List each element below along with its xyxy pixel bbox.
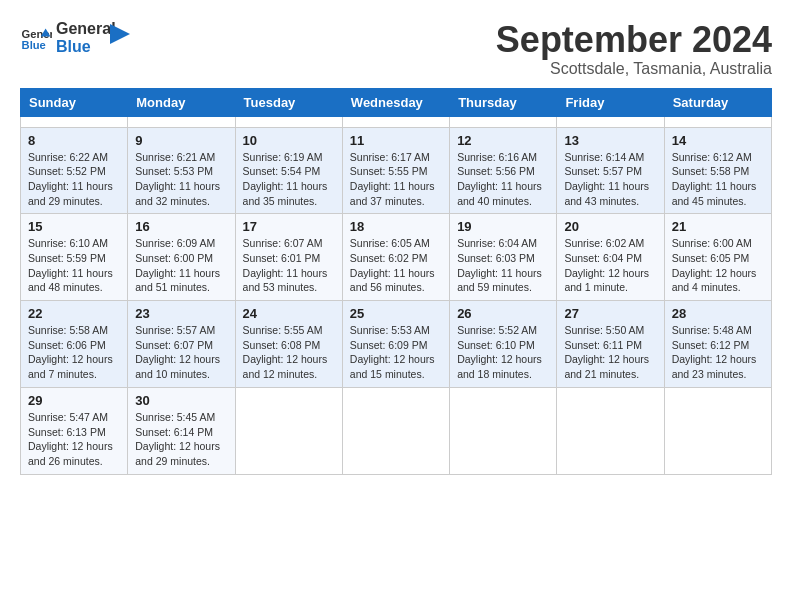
header-cell-monday: Monday	[128, 88, 235, 116]
day-number: 9	[135, 133, 227, 148]
day-number: 19	[457, 219, 549, 234]
day-detail: Sunrise: 6:21 AMSunset: 5:53 PMDaylight:…	[135, 150, 227, 209]
day-number: 27	[564, 306, 656, 321]
day-number: 16	[135, 219, 227, 234]
calendar-cell	[557, 116, 664, 127]
day-number: 30	[135, 393, 227, 408]
calendar-cell: 26Sunrise: 5:52 AMSunset: 6:10 PMDayligh…	[450, 301, 557, 388]
header-cell-saturday: Saturday	[664, 88, 771, 116]
calendar-cell: 23Sunrise: 5:57 AMSunset: 6:07 PMDayligh…	[128, 301, 235, 388]
calendar-cell	[235, 116, 342, 127]
day-number: 23	[135, 306, 227, 321]
calendar-cell	[342, 116, 449, 127]
day-detail: Sunrise: 6:12 AMSunset: 5:58 PMDaylight:…	[672, 150, 764, 209]
month-title: September 2024	[496, 20, 772, 60]
day-number: 26	[457, 306, 549, 321]
day-detail: Sunrise: 6:04 AMSunset: 6:03 PMDaylight:…	[457, 236, 549, 295]
calendar-week-row: 29Sunrise: 5:47 AMSunset: 6:13 PMDayligh…	[21, 387, 772, 474]
calendar-cell	[664, 116, 771, 127]
header-cell-sunday: Sunday	[21, 88, 128, 116]
header-cell-thursday: Thursday	[450, 88, 557, 116]
logo-text-general: General	[56, 20, 116, 38]
calendar-cell: 11Sunrise: 6:17 AMSunset: 5:55 PMDayligh…	[342, 127, 449, 214]
day-number: 18	[350, 219, 442, 234]
day-number: 13	[564, 133, 656, 148]
day-number: 10	[243, 133, 335, 148]
calendar-cell: 30Sunrise: 5:45 AMSunset: 6:14 PMDayligh…	[128, 387, 235, 474]
calendar-cell: 8Sunrise: 6:22 AMSunset: 5:52 PMDaylight…	[21, 127, 128, 214]
day-detail: Sunrise: 6:19 AMSunset: 5:54 PMDaylight:…	[243, 150, 335, 209]
page-header: General Blue General Blue September 2024…	[20, 20, 772, 78]
calendar-cell: 27Sunrise: 5:50 AMSunset: 6:11 PMDayligh…	[557, 301, 664, 388]
calendar-cell: 17Sunrise: 6:07 AMSunset: 6:01 PMDayligh…	[235, 214, 342, 301]
calendar-cell: 16Sunrise: 6:09 AMSunset: 6:00 PMDayligh…	[128, 214, 235, 301]
calendar-cell: 25Sunrise: 5:53 AMSunset: 6:09 PMDayligh…	[342, 301, 449, 388]
calendar-cell	[450, 116, 557, 127]
day-number: 15	[28, 219, 120, 234]
day-detail: Sunrise: 6:22 AMSunset: 5:52 PMDaylight:…	[28, 150, 120, 209]
calendar-week-row	[21, 116, 772, 127]
calendar-header: SundayMondayTuesdayWednesdayThursdayFrid…	[21, 88, 772, 116]
day-detail: Sunrise: 6:10 AMSunset: 5:59 PMDaylight:…	[28, 236, 120, 295]
day-detail: Sunrise: 5:55 AMSunset: 6:08 PMDaylight:…	[243, 323, 335, 382]
calendar-cell: 10Sunrise: 6:19 AMSunset: 5:54 PMDayligh…	[235, 127, 342, 214]
day-number: 12	[457, 133, 549, 148]
calendar-cell: 19Sunrise: 6:04 AMSunset: 6:03 PMDayligh…	[450, 214, 557, 301]
calendar-cell: 24Sunrise: 5:55 AMSunset: 6:08 PMDayligh…	[235, 301, 342, 388]
logo-text-blue: Blue	[56, 38, 116, 56]
day-number: 14	[672, 133, 764, 148]
calendar-cell	[21, 116, 128, 127]
svg-text:Blue: Blue	[22, 39, 46, 51]
calendar-cell	[664, 387, 771, 474]
day-number: 21	[672, 219, 764, 234]
calendar-cell	[450, 387, 557, 474]
day-detail: Sunrise: 6:17 AMSunset: 5:55 PMDaylight:…	[350, 150, 442, 209]
calendar-cell: 29Sunrise: 5:47 AMSunset: 6:13 PMDayligh…	[21, 387, 128, 474]
day-detail: Sunrise: 5:47 AMSunset: 6:13 PMDaylight:…	[28, 410, 120, 469]
day-detail: Sunrise: 6:07 AMSunset: 6:01 PMDaylight:…	[243, 236, 335, 295]
day-detail: Sunrise: 5:45 AMSunset: 6:14 PMDaylight:…	[135, 410, 227, 469]
day-number: 29	[28, 393, 120, 408]
calendar-cell: 21Sunrise: 6:00 AMSunset: 6:05 PMDayligh…	[664, 214, 771, 301]
calendar-cell	[342, 387, 449, 474]
day-detail: Sunrise: 6:16 AMSunset: 5:56 PMDaylight:…	[457, 150, 549, 209]
calendar-cell: 12Sunrise: 6:16 AMSunset: 5:56 PMDayligh…	[450, 127, 557, 214]
calendar-week-row: 8Sunrise: 6:22 AMSunset: 5:52 PMDaylight…	[21, 127, 772, 214]
day-detail: Sunrise: 6:00 AMSunset: 6:05 PMDaylight:…	[672, 236, 764, 295]
day-number: 28	[672, 306, 764, 321]
header-cell-friday: Friday	[557, 88, 664, 116]
calendar-week-row: 15Sunrise: 6:10 AMSunset: 5:59 PMDayligh…	[21, 214, 772, 301]
day-detail: Sunrise: 5:52 AMSunset: 6:10 PMDaylight:…	[457, 323, 549, 382]
day-detail: Sunrise: 5:53 AMSunset: 6:09 PMDaylight:…	[350, 323, 442, 382]
day-detail: Sunrise: 6:09 AMSunset: 6:00 PMDaylight:…	[135, 236, 227, 295]
calendar-cell: 15Sunrise: 6:10 AMSunset: 5:59 PMDayligh…	[21, 214, 128, 301]
title-block: September 2024 Scottsdale, Tasmania, Aus…	[496, 20, 772, 78]
calendar-cell	[235, 387, 342, 474]
day-number: 8	[28, 133, 120, 148]
calendar-cell: 9Sunrise: 6:21 AMSunset: 5:53 PMDaylight…	[128, 127, 235, 214]
calendar-cell	[128, 116, 235, 127]
calendar-cell: 28Sunrise: 5:48 AMSunset: 6:12 PMDayligh…	[664, 301, 771, 388]
day-detail: Sunrise: 5:57 AMSunset: 6:07 PMDaylight:…	[135, 323, 227, 382]
day-detail: Sunrise: 5:48 AMSunset: 6:12 PMDaylight:…	[672, 323, 764, 382]
calendar-cell: 13Sunrise: 6:14 AMSunset: 5:57 PMDayligh…	[557, 127, 664, 214]
calendar-cell: 20Sunrise: 6:02 AMSunset: 6:04 PMDayligh…	[557, 214, 664, 301]
day-detail: Sunrise: 6:02 AMSunset: 6:04 PMDaylight:…	[564, 236, 656, 295]
header-row: SundayMondayTuesdayWednesdayThursdayFrid…	[21, 88, 772, 116]
svg-marker-3	[110, 24, 130, 44]
logo-triangle-icon	[110, 20, 134, 48]
header-cell-tuesday: Tuesday	[235, 88, 342, 116]
header-cell-wednesday: Wednesday	[342, 88, 449, 116]
logo-icon: General Blue	[20, 22, 52, 54]
day-detail: Sunrise: 6:14 AMSunset: 5:57 PMDaylight:…	[564, 150, 656, 209]
day-number: 20	[564, 219, 656, 234]
calendar-cell: 14Sunrise: 6:12 AMSunset: 5:58 PMDayligh…	[664, 127, 771, 214]
day-detail: Sunrise: 5:58 AMSunset: 6:06 PMDaylight:…	[28, 323, 120, 382]
day-number: 11	[350, 133, 442, 148]
calendar-body: 8Sunrise: 6:22 AMSunset: 5:52 PMDaylight…	[21, 116, 772, 474]
calendar-cell: 18Sunrise: 6:05 AMSunset: 6:02 PMDayligh…	[342, 214, 449, 301]
calendar-table: SundayMondayTuesdayWednesdayThursdayFrid…	[20, 88, 772, 475]
calendar-week-row: 22Sunrise: 5:58 AMSunset: 6:06 PMDayligh…	[21, 301, 772, 388]
calendar-cell: 22Sunrise: 5:58 AMSunset: 6:06 PMDayligh…	[21, 301, 128, 388]
day-detail: Sunrise: 5:50 AMSunset: 6:11 PMDaylight:…	[564, 323, 656, 382]
